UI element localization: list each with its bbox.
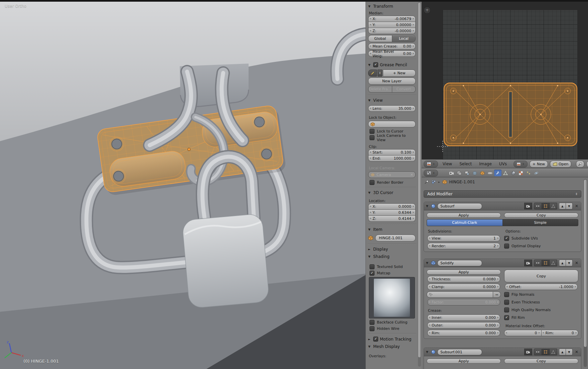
lock-camera-toggle[interactable]: Lock Camera to View (370, 135, 414, 140)
move-modifier-down-button[interactable]: ▼ (566, 260, 573, 266)
copy-button[interactable]: Copy (504, 270, 578, 282)
clip-start-field[interactable]: Start: 0.100 (368, 149, 416, 156)
matcap-preview[interactable] (369, 277, 415, 318)
panel-header-3d-cursor[interactable]: ▼ 3D Cursor (368, 189, 416, 196)
tab-modifiers[interactable] (494, 170, 501, 176)
cage-toggle[interactable] (550, 203, 557, 209)
tab-constraints[interactable] (486, 170, 494, 176)
cage-toggle[interactable] (550, 349, 557, 355)
panel-header-display[interactable]: ► Display (368, 246, 416, 253)
tab-physics[interactable] (533, 170, 540, 176)
apply-button[interactable]: Apply (427, 359, 501, 364)
high-quality-normals-toggle[interactable]: High Quality Normals (504, 307, 578, 312)
viewport-visibility-toggle[interactable] (534, 203, 542, 209)
tab-material[interactable] (509, 170, 517, 176)
expand-triangle-icon[interactable]: ▼ (426, 350, 429, 354)
panel-header-shading[interactable]: ▼ Shading (368, 253, 416, 260)
crease-outer-field[interactable]: Outer: 0.000 (427, 322, 500, 329)
render-visibility-toggle[interactable] (524, 203, 532, 209)
image-new-button[interactable]: + New (530, 161, 548, 168)
crease-rim-field[interactable]: Rim: 0.000 (427, 330, 500, 336)
cage-toggle[interactable] (550, 260, 557, 266)
modifier-header[interactable]: ▼ Solidify ▲ ▼ ✕ (424, 259, 581, 267)
grease-pencil-new-button[interactable]: + New (383, 70, 416, 77)
lock-to-object-field[interactable] (368, 121, 416, 127)
pin-button[interactable] (576, 161, 584, 168)
copy-button[interactable]: Copy (504, 359, 578, 364)
tab-scene[interactable] (463, 170, 471, 176)
optimal-display-toggle[interactable]: Optimal Display (504, 244, 578, 249)
global-button[interactable]: Global (368, 35, 392, 42)
delete-modifier-button[interactable]: ✕ (574, 204, 579, 208)
simple-button[interactable]: Simple (503, 219, 579, 226)
render-visibility-toggle[interactable] (524, 349, 532, 355)
subsurf-view-field[interactable]: View: 1 (427, 235, 500, 242)
move-modifier-up-button[interactable]: ▲ (559, 349, 566, 355)
menu-select[interactable]: Select (457, 162, 474, 166)
material-index-field[interactable]: 0 (504, 330, 542, 336)
lens-field[interactable]: Lens: 35.000 (368, 105, 416, 112)
local-button[interactable]: Local (392, 35, 416, 42)
vertex-group-field[interactable] (427, 291, 493, 298)
scrollbar-thumb[interactable] (584, 180, 587, 347)
panel-header-mesh-display[interactable]: ▼ Mesh Display (368, 343, 416, 350)
move-modifier-up-button[interactable]: ▲ (559, 260, 566, 266)
flip-normals-toggle[interactable]: Flip Normals (504, 292, 578, 297)
tab-object-data[interactable] (502, 170, 509, 176)
move-modifier-down-button[interactable]: ▼ (566, 203, 573, 209)
tab-object[interactable] (479, 170, 486, 176)
tab-texture[interactable] (517, 170, 525, 176)
panel-header-view[interactable]: ▼ View (368, 97, 416, 104)
viewport-visibility-toggle[interactable] (534, 349, 542, 355)
edit-mode-toggle[interactable] (542, 260, 550, 266)
apply-button[interactable]: Apply (427, 213, 501, 218)
matcap-toggle[interactable]: ✓ Matcap (370, 271, 414, 276)
clear-icon[interactable]: ✕ (410, 173, 413, 177)
offset-field[interactable]: Offset: -1.0000 (505, 284, 578, 290)
tab-particles[interactable] (525, 170, 532, 176)
even-thickness-toggle[interactable]: Even Thickness (504, 300, 578, 305)
crease-inner-field[interactable]: Inner: 0.000 (427, 314, 500, 321)
thickness-field[interactable]: Thickness: 0.0080 (427, 276, 500, 282)
rim-index-field[interactable]: Rim: 0 (542, 330, 579, 336)
motion-tracking-checkbox[interactable]: ✓ (373, 337, 378, 342)
hidden-wire-toggle[interactable]: Hidden Wire (370, 326, 414, 331)
mean-bevel-weight-field[interactable]: Mean Bevel Weig: 0.00 (368, 51, 416, 57)
panel-header-motion-tracking[interactable]: ► ✓ Motion Tracking (368, 335, 416, 343)
median-y-field[interactable]: Y: 0.00000 (368, 22, 416, 28)
viewport-visibility-toggle[interactable] (534, 260, 542, 266)
item-name-field[interactable]: HINGE-1.001 (375, 235, 416, 242)
image-open-button[interactable]: Open (550, 161, 571, 168)
move-modifier-down-button[interactable]: ▼ (566, 349, 573, 355)
cursor-y-field[interactable]: Y: 0.6344 (368, 210, 416, 216)
uv-image-editor-canvas[interactable]: + (422, 0, 588, 160)
convert-button[interactable]: Convert (392, 86, 416, 93)
new-layer-button[interactable]: New Layer (368, 78, 416, 85)
sidebar-scrollbar[interactable] (418, 2, 421, 367)
backface-culling-toggle[interactable]: Backface Culling (370, 320, 414, 325)
apply-button[interactable]: Apply (427, 270, 501, 275)
textured-solid-toggle[interactable]: Textured Solid (370, 264, 414, 269)
median-z-field[interactable]: Z: -0.00000 (368, 28, 416, 34)
region-expand-button[interactable]: + (424, 7, 431, 14)
expand-triangle-icon[interactable]: ▼ (426, 261, 429, 265)
edit-mode-toggle[interactable] (542, 203, 550, 209)
modifier-name-field[interactable]: Subsurf.001 (437, 349, 482, 355)
modifier-header[interactable]: ▼ Subsurf ▲ ▼ ✕ (424, 202, 581, 210)
delete-frame-button[interactable]: Delete Fra... (368, 86, 392, 93)
modifier-name-field[interactable]: Subsurf (437, 203, 482, 209)
cursor-z-field[interactable]: Z: 0.4144 (368, 216, 416, 222)
pin-icon[interactable] (424, 180, 429, 184)
subdivide-uvs-toggle[interactable]: ✓ Subdivide UVs (504, 236, 578, 241)
expand-triangle-icon[interactable]: ▼ (426, 204, 429, 208)
clamp-field[interactable]: Clamp: 0.0000 (427, 284, 500, 290)
cursor-x-field[interactable]: X: 0.0000 (368, 203, 416, 210)
image-browse-button[interactable]: ⇕ (513, 161, 528, 168)
modifier-header[interactable]: ▼ Subsurf.001 ▲ ▼ ✕ (424, 348, 581, 356)
menu-uvs[interactable]: UVs (496, 162, 509, 166)
scrollbar-thumb[interactable] (418, 3, 421, 357)
editor-type-button[interactable]: ⇕ (424, 170, 438, 177)
modifier-name-field[interactable]: Solidify (437, 260, 482, 266)
grease-pencil-checkbox[interactable]: ✓ (373, 62, 378, 67)
view-mode-dropdown[interactable]: View ⇕ (586, 161, 588, 168)
